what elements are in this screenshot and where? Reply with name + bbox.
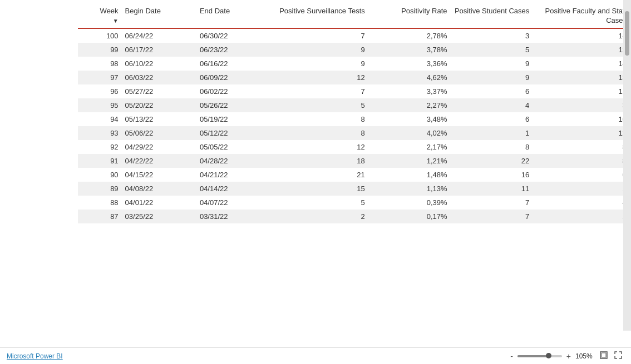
cell-week: 87: [78, 210, 123, 223]
table-row: 8703/25/2203/31/2220,17%71: [78, 210, 631, 223]
cell-positivity_rate: 3,48%: [369, 112, 452, 126]
cell-end_date: 04/14/22: [198, 182, 272, 196]
zoom-slider-thumb[interactable]: [546, 353, 551, 358]
cell-positive_surveillance: 5: [272, 196, 369, 210]
powerbi-link[interactable]: Microsoft Power BI: [7, 352, 63, 360]
cell-positive_student: 7: [452, 210, 534, 223]
table-row: 9605/27/2206/02/2273,37%611: [78, 84, 631, 98]
col-header-pos-surv[interactable]: Positive Surveillance Tests: [272, 4, 369, 28]
svg-rect-1: [602, 353, 606, 357]
cell-end_date: 05/26/22: [198, 98, 272, 112]
cell-positive_surveillance: 8: [272, 126, 369, 140]
header-row: Week ▼ Begin Date End Date Positive Surv…: [78, 4, 631, 28]
col-header-end[interactable]: End Date: [198, 4, 272, 28]
cell-positivity_rate: 4,62%: [369, 71, 452, 84]
cell-positive_student: 8: [452, 140, 534, 154]
cell-positive_student: 7: [452, 196, 534, 210]
zoom-slider[interactable]: [517, 355, 562, 357]
vertical-scrollbar[interactable]: [623, 0, 631, 331]
cell-positive_student: 6: [452, 84, 534, 98]
cell-week: 93: [78, 126, 123, 140]
cell-positive_student: 16: [452, 168, 534, 182]
fit-page-icon: [600, 351, 608, 359]
cell-positivity_rate: 1,21%: [369, 154, 452, 168]
cell-begin_date: 04/15/22: [123, 168, 198, 182]
cell-positive_surveillance: 8: [272, 112, 369, 126]
cell-positivity_rate: 4,02%: [369, 126, 452, 140]
cell-positive_faculty: 3: [534, 98, 631, 112]
cell-positive_student: 5: [452, 43, 534, 57]
col-header-week[interactable]: Week ▼: [78, 4, 123, 28]
cell-positive_faculty: 8: [534, 140, 631, 154]
cell-positivity_rate: 2,27%: [369, 98, 452, 112]
cell-week: 94: [78, 112, 123, 126]
table-row: 8904/08/2204/14/22151,13%111: [78, 182, 631, 196]
cell-positivity_rate: 3,37%: [369, 84, 452, 98]
cell-positive_faculty: 1: [534, 182, 631, 196]
cell-positive_surveillance: 12: [272, 140, 369, 154]
cell-week: 98: [78, 57, 123, 71]
cell-positive_faculty: 11: [534, 84, 631, 98]
zoom-slider-fill: [517, 355, 549, 357]
cell-begin_date: 04/01/22: [123, 196, 198, 210]
fit-to-page-button[interactable]: [598, 350, 610, 362]
col-header-begin[interactable]: Begin Date: [123, 4, 198, 28]
zoom-out-button[interactable]: -: [509, 352, 514, 361]
cell-positivity_rate: 1,48%: [369, 168, 452, 182]
cell-positive_faculty: 6: [534, 168, 631, 182]
cell-positive_faculty: 12: [534, 126, 631, 140]
table-row: 9906/17/2206/23/2293,78%512: [78, 43, 631, 57]
cell-positive_faculty: 4: [534, 196, 631, 210]
cell-week: 89: [78, 182, 123, 196]
cell-week: 99: [78, 43, 123, 57]
cell-positive_faculty: 1: [534, 210, 631, 223]
cell-positive_faculty: 14: [534, 28, 631, 43]
cell-end_date: 05/12/22: [198, 126, 272, 140]
cell-positivity_rate: 3,78%: [369, 43, 452, 57]
cell-begin_date: 05/13/22: [123, 112, 198, 126]
cell-positive_surveillance: 2: [272, 210, 369, 223]
sort-indicator[interactable]: ▼: [113, 17, 119, 24]
cell-begin_date: 05/20/22: [123, 98, 198, 112]
cell-positivity_rate: 3,36%: [369, 57, 452, 71]
cell-positivity_rate: 0,39%: [369, 196, 452, 210]
cell-end_date: 04/28/22: [198, 154, 272, 168]
zoom-in-button[interactable]: +: [565, 352, 572, 361]
data-table: Week ▼ Begin Date End Date Positive Surv…: [78, 4, 631, 223]
cell-end_date: 05/05/22: [198, 140, 272, 154]
cell-positive_surveillance: 21: [272, 168, 369, 182]
cell-week: 95: [78, 98, 123, 112]
cell-begin_date: 06/24/22: [123, 28, 198, 43]
col-header-positivity[interactable]: Positivity Rate: [369, 4, 452, 28]
cell-positive_faculty: 12: [534, 43, 631, 57]
fullscreen-button[interactable]: [612, 350, 624, 362]
cell-positivity_rate: 2,17%: [369, 140, 452, 154]
table-container: Week ▼ Begin Date End Date Positive Surv…: [0, 0, 631, 347]
cell-week: 88: [78, 196, 123, 210]
col-header-pos-faculty[interactable]: Positive Faculty and Staff Cases: [534, 4, 631, 28]
cell-positive_faculty: 14: [534, 57, 631, 71]
col-header-pos-student[interactable]: Positive Student Cases: [452, 4, 534, 28]
cell-positivity_rate: 0,17%: [369, 210, 452, 223]
table-row: 9405/13/2205/19/2283,48%616: [78, 112, 631, 126]
cell-positive_student: 9: [452, 71, 534, 84]
cell-positive_surveillance: 7: [272, 28, 369, 43]
cell-positive_student: 22: [452, 154, 534, 168]
cell-positive_student: 4: [452, 98, 534, 112]
cell-begin_date: 06/03/22: [123, 71, 198, 84]
table-row: 9505/20/2205/26/2252,27%43: [78, 98, 631, 112]
scrollbar-thumb[interactable]: [625, 11, 629, 56]
cell-positive_faculty: 13: [534, 71, 631, 84]
cell-begin_date: 04/08/22: [123, 182, 198, 196]
cell-end_date: 06/02/22: [198, 84, 272, 98]
cell-positive_surveillance: 12: [272, 71, 369, 84]
cell-positive_student: 1: [452, 126, 534, 140]
cell-begin_date: 03/25/22: [123, 210, 198, 223]
cell-end_date: 04/07/22: [198, 196, 272, 210]
cell-begin_date: 06/10/22: [123, 57, 198, 71]
cell-positive_surveillance: 7: [272, 84, 369, 98]
cell-positive_surveillance: 18: [272, 154, 369, 168]
cell-positivity_rate: 1,13%: [369, 182, 452, 196]
cell-begin_date: 05/27/22: [123, 84, 198, 98]
cell-positive_student: 6: [452, 112, 534, 126]
